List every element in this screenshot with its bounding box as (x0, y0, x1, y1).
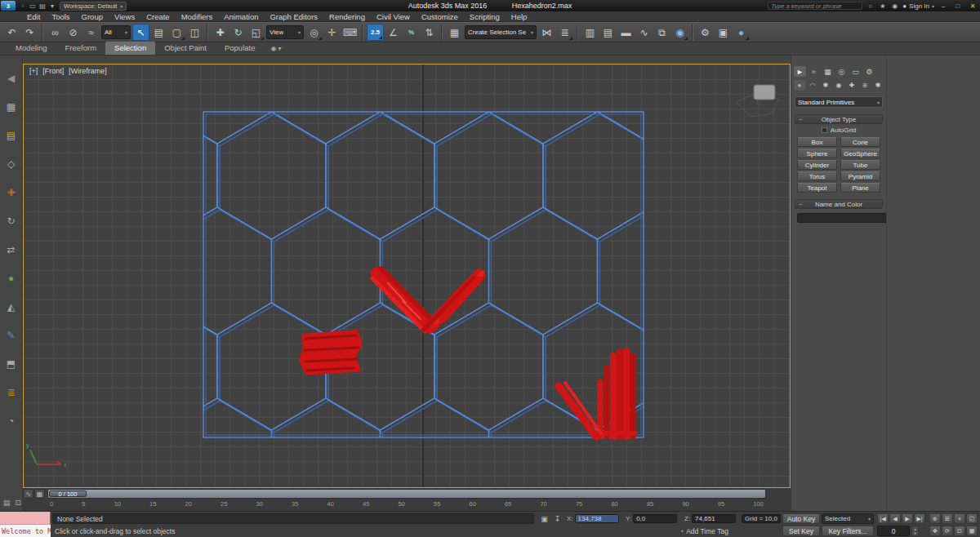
tab-create[interactable]: ► (794, 66, 806, 77)
coord-y-input[interactable]: 0,0 (633, 514, 677, 523)
object-type-cone-button[interactable]: Cone (840, 137, 880, 147)
frame-spinner[interactable]: ▲▼ (911, 526, 919, 536)
named-selection-sets-dropdown[interactable]: Create Selection Se▾ (465, 25, 537, 39)
selection-lock-toggle-icon[interactable]: ▣ (539, 514, 550, 524)
coord-z-input[interactable]: 74,651 (692, 514, 736, 523)
edit-named-selection-sets-icon[interactable]: ▦ (446, 24, 463, 41)
sign-in-button[interactable]: ● Sign In ▾ (902, 2, 934, 10)
viewport-front[interactable]: [+] [Front] [Wireframe] (23, 64, 791, 488)
menu-create[interactable]: Create (140, 12, 176, 21)
select-and-move-icon[interactable]: ✚ (212, 24, 229, 41)
search-input[interactable] (768, 2, 862, 10)
diamond-shape-icon[interactable]: ◇ (3, 156, 20, 172)
bind-to-space-warp-icon[interactable]: ≈ (82, 24, 100, 41)
selection-set-dropdown[interactable]: Selected ▾ (822, 513, 874, 524)
tab-utilities[interactable]: ⚙ (863, 66, 875, 77)
object-type-plane-button[interactable]: Plane (840, 183, 880, 193)
menu-civil-view[interactable]: Civil View (371, 12, 416, 21)
category-helpers[interactable]: ✚ (846, 80, 858, 91)
schematic-view-icon[interactable]: ⧉ (653, 24, 670, 41)
menu-edit[interactable]: Edit (21, 12, 46, 21)
render-setup-icon[interactable]: ⚙ (697, 24, 714, 41)
favorites-star-icon[interactable]: ★ (878, 2, 887, 10)
object-type-teapot-button[interactable]: Teapot (797, 183, 837, 193)
maximize-button[interactable]: □ (952, 1, 964, 11)
save-file-icon[interactable]: ▤ (38, 1, 47, 11)
keyboard-shortcut-override-icon[interactable]: ⌨ (341, 24, 359, 41)
zoom-icon[interactable]: ⊕ (929, 513, 941, 524)
object-type-tube-button[interactable]: Tube (840, 160, 880, 170)
category-systems[interactable]: ✱ (872, 80, 884, 91)
orbit-icon[interactable]: ⟳ (942, 526, 953, 536)
menu-views[interactable]: Views (109, 12, 140, 21)
ribbon-tab-selection[interactable]: Selection (105, 42, 155, 55)
window-crossing-toggle-icon[interactable]: ◫ (186, 24, 203, 41)
tab-modify[interactable]: ≈ (808, 66, 820, 77)
communication-center-icon[interactable]: ◉ (890, 2, 899, 10)
object-type-cylinder-button[interactable]: Cylinder (797, 160, 837, 170)
ribbon-options-button[interactable]: ◉ ▾ (270, 45, 281, 55)
align-icon[interactable]: ≣ (556, 24, 573, 41)
object-type-pyramid-button[interactable]: Pyramid (840, 171, 880, 181)
viewport-menu-view[interactable]: [Front] (42, 67, 64, 75)
object-type-rollout[interactable]: − Object Type (795, 114, 883, 124)
rendered-frame-window-icon[interactable]: ▣ (715, 24, 732, 41)
clock-tool-icon[interactable]: ◔ (3, 413, 20, 429)
percent-snap-toggle-icon[interactable]: % (403, 24, 420, 41)
time-slider[interactable]: 0 / 100 (49, 490, 87, 497)
category-lights[interactable]: ✺ (820, 80, 831, 91)
tab-hierarchy[interactable]: ▦ (822, 66, 834, 77)
quick-access-caret-icon[interactable]: ▾ (47, 1, 57, 11)
mirror-icon[interactable]: ⋈ (538, 24, 555, 41)
menu-customize[interactable]: Customize (416, 12, 464, 21)
rectangular-selection-region-icon[interactable]: ▢ (168, 24, 185, 41)
toggle-layer-explorer-icon[interactable]: ▤ (599, 24, 617, 41)
menu-scripting[interactable]: Scripting (464, 12, 506, 21)
use-pivot-point-center-icon[interactable]: ◎ (305, 24, 323, 41)
object-type-torus-button[interactable]: Torus (797, 171, 837, 181)
menu-tools[interactable]: Tools (46, 12, 75, 21)
open-file-icon[interactable]: ▭ (28, 1, 38, 11)
toggle-ribbon-icon[interactable]: ▬ (617, 24, 635, 41)
object-type-box-button[interactable]: Box (797, 137, 837, 147)
primitives-dropdown[interactable]: Standard Primitives ▾ (795, 96, 883, 108)
auto-key-button[interactable]: Auto Key (782, 513, 820, 524)
render-production-icon[interactable]: ● (733, 24, 750, 41)
select-and-link-icon[interactable]: ∞ (47, 24, 64, 41)
menu-graph-editors[interactable]: Graph Editors (264, 12, 323, 21)
viewport-layout-icon[interactable]: ▦ (966, 526, 978, 536)
maxscript-macro-recorder[interactable] (0, 512, 51, 525)
snaps-toggle-2-5-icon[interactable]: 2.5 (367, 24, 384, 41)
ribbon-tab-modeling[interactable]: Modeling (7, 42, 56, 55)
new-scene-icon[interactable]: ▫ (18, 1, 28, 11)
list-lines-icon[interactable]: ≣ (3, 384, 20, 401)
isolate-selection-icon[interactable]: ⊡ (13, 498, 23, 508)
material-editor-icon[interactable]: ◉ (671, 24, 688, 41)
select-and-manipulate-icon[interactable]: ✛ (323, 24, 341, 41)
spinner-snap-toggle-icon[interactable]: ⇅ (421, 24, 438, 41)
ribbon-tab-object-paint[interactable]: Object Paint (155, 42, 216, 55)
play-animation-icon[interactable]: ▶ (902, 513, 913, 524)
sphere-primitive-icon[interactable]: ● (3, 270, 20, 286)
select-arrow-icon[interactable]: ◀ (3, 70, 20, 87)
go-to-end-icon[interactable]: ▶| (914, 513, 925, 524)
menu-animation[interactable]: Animation (218, 12, 264, 21)
time-slider-track[interactable]: 0 / 100 (47, 489, 766, 499)
curve-editor-icon[interactable]: ∿ (635, 24, 653, 41)
name-and-color-rollout[interactable]: − Name and Color (795, 199, 883, 209)
current-frame-field[interactable]: 0 (877, 526, 910, 536)
mirror-arrows-icon[interactable]: ⇄ (3, 242, 20, 258)
maxscript-mini-listener[interactable]: Welcome to M (0, 525, 51, 537)
cone-primitive-icon[interactable]: ◭ (3, 299, 20, 315)
redo-icon[interactable]: ↷ (21, 24, 38, 41)
coord-x-input[interactable]: 134,738 (575, 514, 619, 523)
maximize-viewport-icon[interactable]: ⊡ (954, 526, 965, 536)
category-space-warps[interactable]: ≋ (859, 80, 871, 91)
viewcube[interactable] (736, 85, 778, 117)
tab-display[interactable]: ▭ (849, 66, 862, 77)
pan-icon[interactable]: ✥ (929, 526, 941, 536)
selection-filter-dropdown[interactable]: All▾ (101, 25, 131, 39)
viewport-menu-plus[interactable]: [+] (29, 67, 38, 75)
object-type-geosphere-button[interactable]: GeoSphere (840, 149, 880, 158)
category-cameras[interactable]: ◉ (833, 80, 844, 91)
